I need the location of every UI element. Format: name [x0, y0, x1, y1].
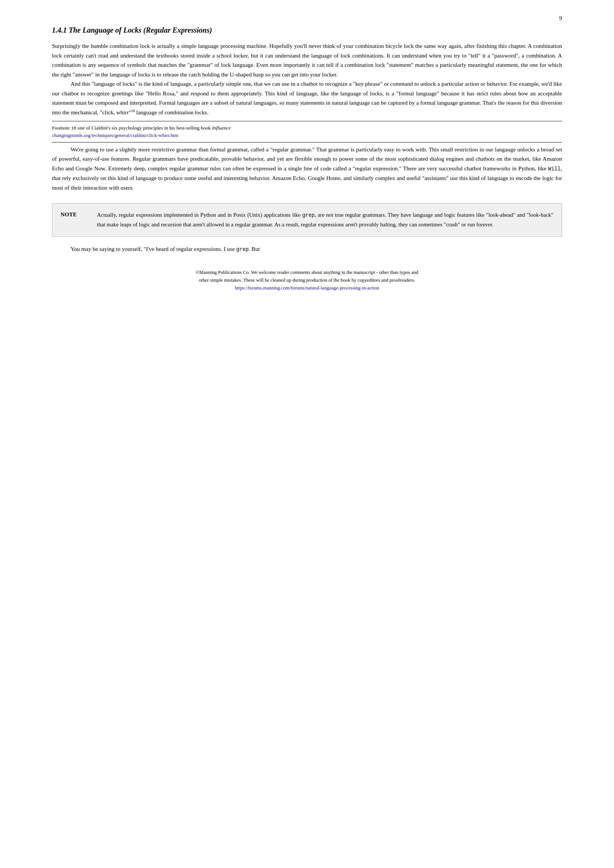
paragraph-3-text: We're going to use a slightly more restr…	[52, 146, 562, 172]
footnote-italic: Influence	[212, 125, 231, 131]
paragraph-2-text: And this "language of locks" is the kind…	[52, 81, 562, 115]
page-number: 9	[559, 15, 562, 22]
footer: ©Manning Publications Co. We welcome rea…	[52, 269, 562, 292]
footnote-text: one of Cialdini's six psychology princip…	[78, 125, 212, 131]
note-box: NOTE Actually, regular expressions imple…	[52, 203, 562, 237]
footnote-divider-bottom	[52, 142, 562, 143]
paragraph-3: We're going to use a slightly more restr…	[52, 145, 562, 192]
page: 9 1.4.1 The Language of Locks (Regular E…	[0, 0, 614, 868]
footnote-divider	[52, 121, 562, 121]
footnote-label: Footnote 18	[52, 125, 76, 131]
footnote-superscript: 18	[131, 109, 135, 113]
paragraph-1: Surprisingly the humble combination lock…	[52, 41, 562, 79]
footer-link[interactable]: https://forums.manning.com/forums/natura…	[235, 285, 379, 291]
footnote-link[interactable]: changingminds.org/techniques/general/cia…	[52, 132, 178, 138]
last-para-text: You may be saying to yourself, "I've hea…	[71, 246, 236, 252]
note-label: NOTE	[60, 211, 87, 218]
note-mono: grep	[302, 212, 315, 218]
note-content: Actually, regular expressions implemente…	[97, 211, 554, 230]
footer-text-2: other simple mistakes. These will be cle…	[199, 277, 415, 283]
last-paragraph: You may be saying to yourself, "I've hea…	[52, 244, 562, 254]
note-text-1: Actually, regular expressions implemente…	[97, 212, 302, 218]
paragraph-2: And this "language of locks" is the kind…	[52, 79, 562, 117]
last-para-mono: grep	[236, 246, 249, 252]
last-para-end: . But	[249, 246, 260, 252]
paragraph-3-mono: Will	[548, 166, 561, 172]
footer-text-1: ©Manning Publications Co. We welcome rea…	[195, 270, 419, 275]
footnote-area: Footnote 18 one of Cialdini's six psycho…	[52, 124, 562, 138]
section-heading: 1.4.1 The Language of Locks (Regular Exp…	[52, 26, 562, 34]
paragraph-2-end: language of combination locks.	[136, 109, 209, 115]
